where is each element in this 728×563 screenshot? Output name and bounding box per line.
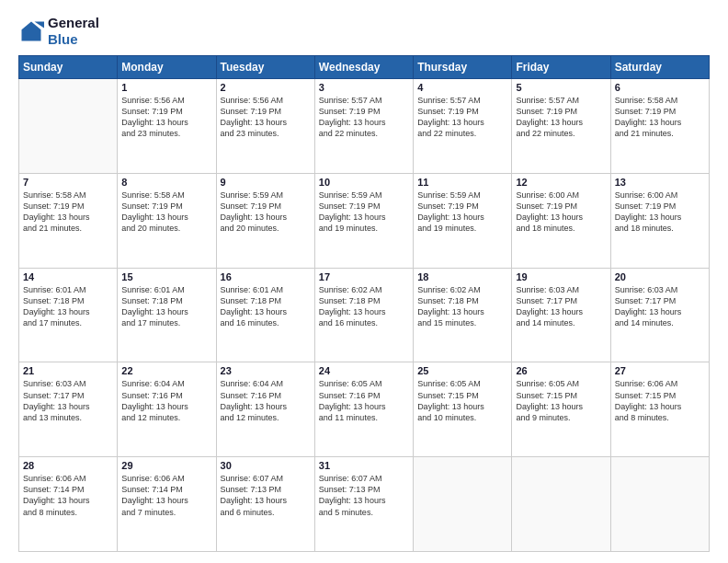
day-number: 5 — [516, 82, 606, 93]
day-number: 26 — [516, 365, 606, 376]
calendar-cell: 29Sunrise: 6:06 AM Sunset: 7:14 PM Dayli… — [118, 457, 216, 552]
calendar-cell: 17Sunrise: 6:02 AM Sunset: 7:18 PM Dayli… — [314, 268, 413, 362]
calendar-cell: 16Sunrise: 6:01 AM Sunset: 7:18 PM Dayli… — [216, 268, 314, 362]
calendar-cell: 31Sunrise: 6:07 AM Sunset: 7:13 PM Dayli… — [314, 457, 413, 552]
calendar-cell: 19Sunrise: 6:03 AM Sunset: 7:17 PM Dayli… — [512, 268, 610, 362]
calendar-cell: 26Sunrise: 6:05 AM Sunset: 7:15 PM Dayli… — [512, 362, 610, 457]
day-number: 12 — [516, 177, 606, 188]
svg-marker-0 — [22, 22, 41, 41]
calendar-cell: 28Sunrise: 6:06 AM Sunset: 7:14 PM Dayli… — [19, 457, 118, 552]
day-info: Sunrise: 6:01 AM Sunset: 7:18 PM Dayligh… — [121, 284, 211, 329]
day-number: 3 — [319, 82, 409, 93]
calendar-header-row: SundayMondayTuesdayWednesdayThursdayFrid… — [19, 56, 710, 79]
day-info: Sunrise: 6:01 AM Sunset: 7:18 PM Dayligh… — [23, 284, 113, 329]
calendar-cell: 6Sunrise: 5:58 AM Sunset: 7:19 PM Daylig… — [610, 79, 709, 174]
calendar-cell: 21Sunrise: 6:03 AM Sunset: 7:17 PM Dayli… — [19, 362, 118, 457]
day-info: Sunrise: 6:05 AM Sunset: 7:16 PM Dayligh… — [319, 378, 409, 423]
day-info: Sunrise: 5:59 AM Sunset: 7:19 PM Dayligh… — [221, 190, 311, 235]
day-info: Sunrise: 6:00 AM Sunset: 7:19 PM Dayligh… — [615, 190, 705, 235]
day-info: Sunrise: 5:58 AM Sunset: 7:19 PM Dayligh… — [615, 95, 705, 140]
calendar-week-row: 28Sunrise: 6:06 AM Sunset: 7:14 PM Dayli… — [19, 457, 710, 552]
day-info: Sunrise: 5:58 AM Sunset: 7:19 PM Dayligh… — [23, 190, 113, 235]
calendar-cell — [414, 457, 512, 552]
day-number: 7 — [23, 177, 113, 188]
day-number: 28 — [23, 460, 113, 471]
day-number: 21 — [23, 365, 113, 376]
day-number: 17 — [319, 271, 409, 282]
calendar-cell: 13Sunrise: 6:00 AM Sunset: 7:19 PM Dayli… — [610, 173, 709, 268]
calendar-cell: 5Sunrise: 5:57 AM Sunset: 7:19 PM Daylig… — [512, 79, 610, 174]
calendar-cell: 30Sunrise: 6:07 AM Sunset: 7:13 PM Dayli… — [216, 457, 314, 552]
day-info: Sunrise: 6:07 AM Sunset: 7:13 PM Dayligh… — [221, 473, 311, 518]
calendar-cell: 9Sunrise: 5:59 AM Sunset: 7:19 PM Daylig… — [216, 173, 314, 268]
day-number: 31 — [319, 460, 409, 471]
calendar-cell: 11Sunrise: 5:59 AM Sunset: 7:19 PM Dayli… — [414, 173, 512, 268]
calendar-cell: 7Sunrise: 5:58 AM Sunset: 7:19 PM Daylig… — [19, 173, 118, 268]
calendar-week-row: 14Sunrise: 6:01 AM Sunset: 7:18 PM Dayli… — [19, 268, 710, 362]
calendar-cell: 25Sunrise: 6:05 AM Sunset: 7:15 PM Dayli… — [414, 362, 512, 457]
calendar-week-row: 21Sunrise: 6:03 AM Sunset: 7:17 PM Dayli… — [19, 362, 710, 457]
day-number: 11 — [417, 177, 507, 188]
calendar-cell: 3Sunrise: 5:57 AM Sunset: 7:19 PM Daylig… — [314, 79, 413, 174]
day-number: 20 — [615, 271, 705, 282]
day-info: Sunrise: 6:05 AM Sunset: 7:15 PM Dayligh… — [516, 378, 606, 423]
day-info: Sunrise: 6:03 AM Sunset: 7:17 PM Dayligh… — [516, 284, 606, 329]
day-info: Sunrise: 6:03 AM Sunset: 7:17 PM Dayligh… — [23, 378, 113, 423]
day-number: 23 — [221, 365, 311, 376]
calendar-cell: 8Sunrise: 5:58 AM Sunset: 7:19 PM Daylig… — [118, 173, 216, 268]
calendar-cell: 10Sunrise: 5:59 AM Sunset: 7:19 PM Dayli… — [314, 173, 413, 268]
day-info: Sunrise: 5:58 AM Sunset: 7:19 PM Dayligh… — [121, 190, 211, 235]
day-number: 24 — [319, 365, 409, 376]
calendar-header-tuesday: Tuesday — [216, 56, 314, 79]
day-number: 30 — [221, 460, 311, 471]
logo-text: General Blue — [48, 15, 99, 48]
day-info: Sunrise: 5:57 AM Sunset: 7:19 PM Dayligh… — [516, 95, 606, 140]
day-number: 15 — [121, 271, 211, 282]
day-info: Sunrise: 6:06 AM Sunset: 7:14 PM Dayligh… — [23, 473, 113, 518]
calendar-week-row: 1Sunrise: 5:56 AM Sunset: 7:19 PM Daylig… — [19, 79, 710, 174]
day-info: Sunrise: 5:57 AM Sunset: 7:19 PM Dayligh… — [319, 95, 409, 140]
page: General Blue SundayMondayTuesdayWednesda… — [0, 0, 728, 563]
day-info: Sunrise: 5:59 AM Sunset: 7:19 PM Dayligh… — [319, 190, 409, 235]
day-number: 6 — [615, 82, 705, 93]
calendar-cell — [610, 457, 709, 552]
day-number: 16 — [221, 271, 311, 282]
calendar-header-sunday: Sunday — [19, 56, 118, 79]
day-number: 29 — [121, 460, 211, 471]
day-number: 14 — [23, 271, 113, 282]
header: General Blue — [18, 15, 710, 48]
calendar-cell: 18Sunrise: 6:02 AM Sunset: 7:18 PM Dayli… — [414, 268, 512, 362]
day-number: 10 — [319, 177, 409, 188]
day-info: Sunrise: 6:03 AM Sunset: 7:17 PM Dayligh… — [615, 284, 705, 329]
calendar-header-saturday: Saturday — [610, 56, 709, 79]
day-number: 9 — [221, 177, 311, 188]
calendar-cell: 24Sunrise: 6:05 AM Sunset: 7:16 PM Dayli… — [314, 362, 413, 457]
calendar: SundayMondayTuesdayWednesdayThursdayFrid… — [18, 55, 710, 552]
day-number: 19 — [516, 271, 606, 282]
calendar-cell: 4Sunrise: 5:57 AM Sunset: 7:19 PM Daylig… — [414, 79, 512, 174]
calendar-cell — [512, 457, 610, 552]
logo-icon — [18, 18, 44, 44]
calendar-cell: 15Sunrise: 6:01 AM Sunset: 7:18 PM Dayli… — [118, 268, 216, 362]
day-info: Sunrise: 6:06 AM Sunset: 7:14 PM Dayligh… — [121, 473, 211, 518]
day-info: Sunrise: 6:02 AM Sunset: 7:18 PM Dayligh… — [417, 284, 507, 329]
calendar-cell: 1Sunrise: 5:56 AM Sunset: 7:19 PM Daylig… — [118, 79, 216, 174]
day-info: Sunrise: 6:07 AM Sunset: 7:13 PM Dayligh… — [319, 473, 409, 518]
day-number: 8 — [121, 177, 211, 188]
day-info: Sunrise: 6:01 AM Sunset: 7:18 PM Dayligh… — [221, 284, 311, 329]
day-info: Sunrise: 6:00 AM Sunset: 7:19 PM Dayligh… — [516, 190, 606, 235]
day-info: Sunrise: 6:06 AM Sunset: 7:15 PM Dayligh… — [615, 378, 705, 423]
calendar-cell: 20Sunrise: 6:03 AM Sunset: 7:17 PM Dayli… — [610, 268, 709, 362]
calendar-week-row: 7Sunrise: 5:58 AM Sunset: 7:19 PM Daylig… — [19, 173, 710, 268]
calendar-header-monday: Monday — [118, 56, 216, 79]
day-info: Sunrise: 5:59 AM Sunset: 7:19 PM Dayligh… — [417, 190, 507, 235]
day-info: Sunrise: 6:02 AM Sunset: 7:18 PM Dayligh… — [319, 284, 409, 329]
calendar-header-friday: Friday — [512, 56, 610, 79]
day-number: 4 — [417, 82, 507, 93]
day-info: Sunrise: 5:57 AM Sunset: 7:19 PM Dayligh… — [417, 95, 507, 140]
calendar-cell: 2Sunrise: 5:56 AM Sunset: 7:19 PM Daylig… — [216, 79, 314, 174]
calendar-cell: 22Sunrise: 6:04 AM Sunset: 7:16 PM Dayli… — [118, 362, 216, 457]
calendar-cell — [19, 79, 118, 174]
calendar-cell: 14Sunrise: 6:01 AM Sunset: 7:18 PM Dayli… — [19, 268, 118, 362]
day-number: 22 — [121, 365, 211, 376]
